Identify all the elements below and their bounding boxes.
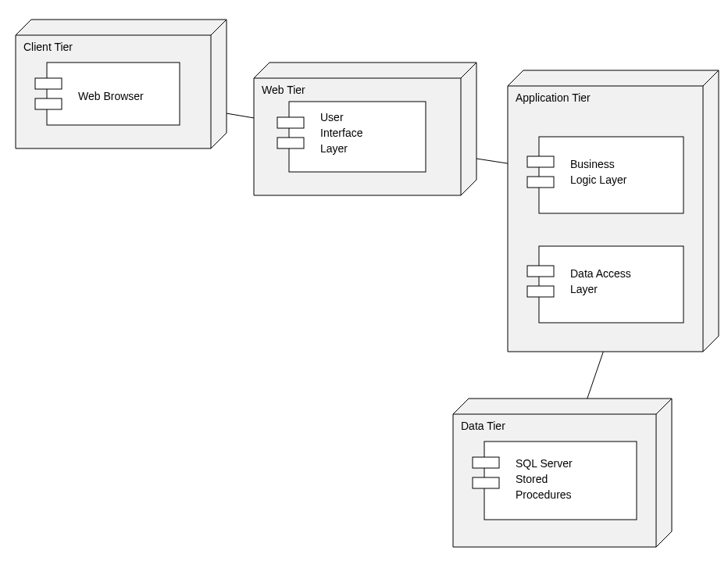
svg-rect-29 [473, 457, 499, 468]
svg-rect-28 [484, 442, 637, 520]
sql-server-label-1: SQL Server [516, 457, 573, 470]
sql-server-label-2: Stored [516, 473, 548, 485]
component-web-browser: Web Browser [35, 63, 180, 125]
svg-rect-19 [527, 156, 554, 167]
svg-rect-13 [277, 138, 304, 148]
architecture-diagram: Client Tier Web Browser Web Tier User In… [0, 0, 728, 572]
tier-application: Application Tier Business Logic Layer Da… [508, 70, 719, 352]
svg-rect-5 [35, 78, 62, 89]
component-data-access: Data Access Layer [527, 246, 683, 323]
svg-rect-20 [527, 177, 554, 188]
tier-client: Client Tier Web Browser [16, 20, 227, 148]
component-sql-server: SQL Server Stored Procedures [473, 442, 637, 520]
component-ui-layer: User Interface Layer [277, 102, 426, 172]
tier-web-title: Web Tier [262, 84, 305, 96]
ui-layer-label-2: Interface [320, 127, 363, 139]
tier-web: Web Tier User Interface Layer [254, 63, 476, 195]
svg-rect-12 [277, 117, 304, 128]
svg-rect-22 [527, 266, 554, 277]
svg-rect-30 [473, 477, 499, 488]
tier-data: Data Tier SQL Server Stored Procedures [453, 399, 672, 547]
tier-client-title: Client Tier [23, 41, 73, 53]
component-biz-logic: Business Logic Layer [527, 137, 683, 213]
svg-rect-6 [35, 98, 62, 109]
data-access-label-1: Data Access [570, 267, 631, 280]
tier-data-title: Data Tier [461, 420, 505, 432]
ui-layer-label-1: User [320, 111, 344, 123]
biz-logic-label-2: Logic Layer [570, 173, 627, 186]
biz-logic-label-1: Business [570, 158, 615, 170]
web-browser-label-1: Web Browser [78, 90, 144, 102]
data-access-label-2: Layer [570, 283, 598, 295]
ui-layer-label-3: Layer [320, 142, 348, 155]
tier-application-title: Application Tier [516, 91, 591, 104]
svg-rect-21 [539, 246, 683, 323]
sql-server-label-3: Procedures [516, 488, 572, 501]
svg-rect-23 [527, 286, 554, 297]
